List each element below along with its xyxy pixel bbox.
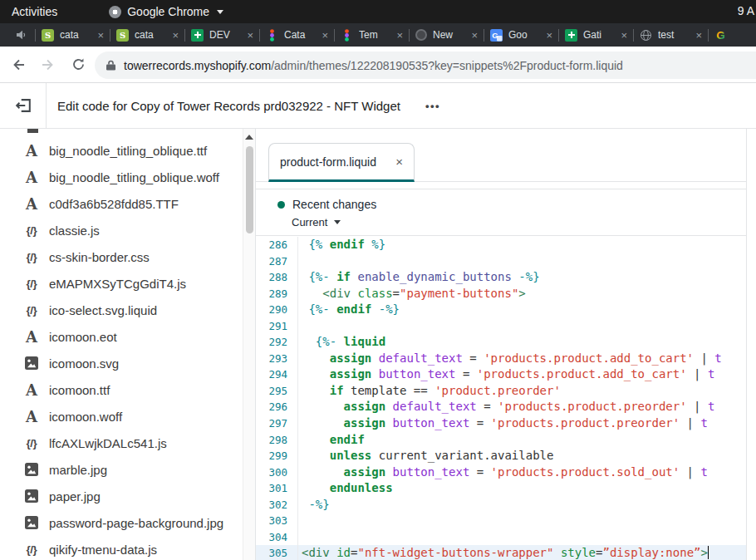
file-name: paper.jpg — [49, 489, 101, 504]
tab-close-icon[interactable]: × — [172, 29, 179, 42]
forward-button[interactable] — [37, 53, 60, 76]
exit-button[interactable] — [0, 83, 47, 128]
code-file-icon: {/} — [22, 278, 42, 290]
reload-button[interactable] — [66, 53, 90, 76]
file-name: c0df3a6b528fdd85.TTF — [49, 197, 179, 211]
line-number: 292 — [256, 334, 298, 351]
file-item[interactable]: icomoon.svg — [0, 350, 255, 376]
browser-tab[interactable]: Gati× — [559, 23, 633, 47]
file-item[interactable]: paper.jpg — [0, 483, 255, 509]
code-line-content: {%- liquid — [298, 334, 385, 351]
back-button[interactable] — [7, 53, 30, 76]
code-line[interactable]: 298 endif — [256, 432, 746, 449]
app-menu[interactable]: Google Chrome — [109, 5, 223, 18]
code-line[interactable]: 303 — [256, 513, 746, 529]
lock-icon[interactable] — [106, 60, 115, 71]
scrollbar-thumb[interactable] — [246, 146, 253, 233]
tab-close-icon[interactable]: × — [395, 155, 403, 169]
code-line[interactable]: 300 assign button_text = 'products.produ… — [256, 464, 746, 481]
browser-tab[interactable]: GGoo× — [484, 23, 558, 47]
gnome-top-bar: Activities Google Chrome 9 A — [0, 0, 756, 23]
sidebar-scrollbar[interactable] — [243, 129, 255, 560]
line-number: 288 — [256, 269, 298, 286]
code-line-content: assign default_text = 'products.product.… — [298, 399, 714, 415]
code-line[interactable]: 290 {%- endif -%} — [256, 302, 746, 318]
scroll-up-icon[interactable] — [245, 135, 253, 140]
file-item[interactable]: Aicomoon.woff — [0, 403, 255, 430]
line-number: 290 — [256, 302, 298, 318]
line-number: 301 — [256, 480, 298, 497]
line-number: 302 — [256, 497, 298, 513]
code-line[interactable]: 291 — [256, 318, 746, 335]
browser-tab[interactable]: New× — [410, 23, 484, 47]
tab-close-icon[interactable]: × — [97, 29, 104, 42]
file-item[interactable]: {/}lfcAXLwjkDALc541.js — [0, 430, 255, 456]
code-line[interactable]: 295 if template == 'product.preorder' — [256, 383, 746, 400]
file-item[interactable]: password-page-background.jpg — [0, 509, 255, 536]
file-name: qikify-tmenu-data.js — [49, 543, 157, 557]
clock[interactable]: 9 A — [738, 4, 754, 17]
browser-tab[interactable]: Scata× — [36, 23, 110, 47]
file-name: icomoon.ttf — [49, 383, 110, 397]
tab-close-icon[interactable]: × — [546, 29, 552, 42]
tab-close-icon[interactable]: × — [695, 29, 702, 42]
file-item[interactable]: Aicomoon.eot — [0, 323, 255, 350]
code-line[interactable]: 297 assign button_text = 'products.produ… — [256, 415, 746, 432]
file-item[interactable]: {/}qikify-tmenu-data.js — [0, 536, 255, 560]
code-line-content: {% endif %} — [298, 237, 385, 253]
activities-button[interactable]: Activities — [12, 5, 57, 18]
font-file-icon: A — [22, 169, 42, 186]
code-area[interactable]: 286 {% endif %}287288 {%- if enable_dyna… — [256, 236, 746, 560]
code-line[interactable]: 293 assign default_text = 'products.prod… — [256, 351, 746, 367]
url-domain: towerrecords.myshopify.com — [124, 59, 271, 72]
browser-tab[interactable]: G — [709, 23, 742, 47]
code-line-content: assign button_text = 'products.product.a… — [298, 366, 714, 383]
file-item[interactable]: {/}ico-select.svg.liquid — [0, 297, 255, 323]
browser-tab[interactable]: Scata× — [110, 23, 184, 47]
browser-tab-title: New — [433, 29, 468, 41]
tab-close-icon[interactable]: × — [396, 29, 403, 42]
code-line[interactable]: 288 {%- if enable_dynamic_buttons -%} — [256, 269, 746, 286]
file-item[interactable]: Abig_noodle_titling_oblique.ttf — [0, 137, 255, 164]
version-dropdown[interactable]: Current — [277, 216, 746, 228]
browser-tab[interactable]: Tem× — [335, 23, 409, 47]
code-line[interactable]: 301 endunless — [256, 480, 746, 497]
editor-tab-product-form[interactable]: product-form.liquid × — [268, 143, 415, 182]
tab-close-icon[interactable]: × — [621, 29, 627, 42]
code-line[interactable]: 299 unless current_variant.available — [256, 448, 746, 464]
code-line[interactable]: 286 {% endif %} — [256, 237, 746, 253]
file-item[interactable]: Abig_noodle_titling_oblique.woff — [0, 164, 255, 190]
address-bar[interactable]: towerrecords.myshopify.com/admin/themes/… — [95, 52, 756, 79]
file-item[interactable]: {/}eMAPMXSyTCgGdiT4.js — [0, 270, 255, 297]
code-line[interactable]: 304 — [256, 529, 746, 546]
code-line[interactable]: 305<div id="nft-widget-buttons-wrapper" … — [256, 545, 746, 560]
code-line[interactable]: 287 — [256, 253, 746, 270]
browser-tab-title: Cata — [284, 29, 318, 41]
line-number: 293 — [256, 351, 298, 367]
browser-tab[interactable]: test× — [634, 23, 708, 47]
url-path: /admin/themes/122208190535?key=snippets%… — [271, 59, 623, 72]
file-item[interactable]: marble.jpg — [0, 456, 255, 483]
code-line[interactable]: 289 <div class="payment-buttons"> — [256, 286, 746, 302]
recent-changes-panel: Recent changes Current — [256, 189, 746, 236]
file-item[interactable]: Aicomoon.ttf — [0, 376, 255, 403]
url-text: towerrecords.myshopify.com/admin/themes/… — [124, 59, 623, 72]
line-number: 298 — [256, 432, 298, 449]
line-number: 286 — [256, 237, 298, 253]
file-name: classie.js — [49, 224, 100, 238]
file-item[interactable]: {/}classie.js — [0, 217, 255, 243]
code-line[interactable]: 292 {%- liquid — [256, 334, 746, 351]
tab-close-icon[interactable]: × — [322, 29, 328, 42]
tab-close-icon[interactable]: × — [247, 29, 253, 42]
code-line[interactable]: 302 -%} — [256, 497, 746, 513]
browser-tab[interactable]: Cata× — [260, 23, 334, 47]
more-actions-button[interactable]: ••• — [425, 100, 440, 112]
file-name: password-page-background.jpg — [49, 516, 223, 530]
tab-close-icon[interactable]: × — [471, 29, 478, 42]
file-item[interactable]: {/}cs-skin-border.css — [0, 243, 255, 270]
code-line[interactable]: 296 assign default_text = 'products.prod… — [256, 399, 746, 415]
chevron-down-icon — [334, 220, 341, 224]
file-item[interactable]: Ac0df3a6b528fdd85.TTF — [0, 190, 255, 217]
code-line[interactable]: 294 assign button_text = 'products.produ… — [256, 366, 746, 383]
browser-tab[interactable]: DEV× — [185, 23, 259, 47]
